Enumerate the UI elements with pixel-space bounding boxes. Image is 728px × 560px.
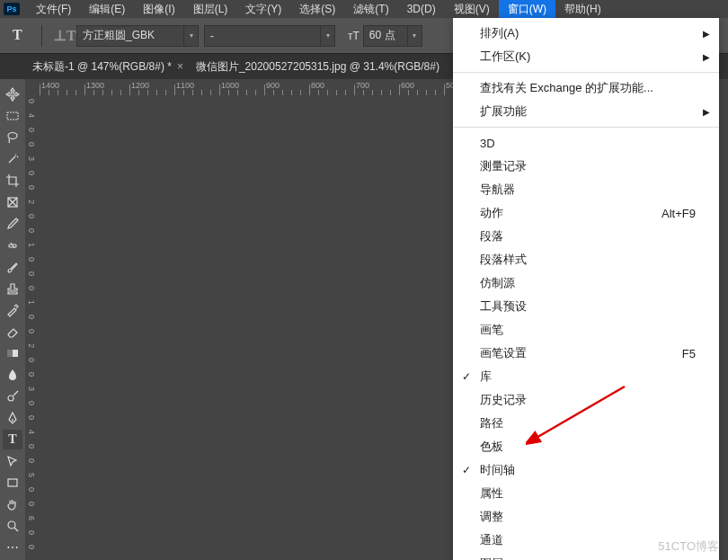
menu-item[interactable]: ✓时间轴 [453, 458, 719, 482]
font-size-input[interactable]: 60 点 [363, 25, 408, 47]
tab-label: 微信图片_20200527205315.jpg @ 31.4%(RGB/8#) [196, 59, 439, 75]
crop-tool-icon[interactable] [3, 171, 22, 191]
menu-3d[interactable]: 3D(D) [398, 1, 445, 17]
menu-item[interactable]: 段落样式 [453, 248, 719, 271]
ps-logo: Ps [4, 3, 20, 15]
tools-panel: T ⋯ [0, 79, 25, 560]
menu-item[interactable]: 色板 [453, 435, 719, 458]
svg-rect-5 [7, 350, 13, 357]
menu-item[interactable]: 工具预设 [453, 295, 719, 318]
eyedropper-tool-icon[interactable] [3, 214, 22, 234]
tab-document-2[interactable]: 微信图片_20200527205315.jpg @ 31.4%(RGB/8#) [196, 59, 439, 75]
dodge-tool-icon[interactable] [3, 387, 22, 406]
text-orientation-icon[interactable]: ⊥T [53, 27, 71, 45]
svg-rect-0 [7, 112, 18, 120]
menu-item[interactable]: 工作区(K)▶ [453, 45, 719, 68]
watermark: 51CTO博客 [658, 538, 719, 555]
rectangle-tool-icon[interactable] [3, 473, 22, 493]
pen-tool-icon[interactable] [3, 408, 22, 428]
divider [41, 25, 42, 47]
font-style-select[interactable]: - [204, 25, 321, 47]
lasso-tool-icon[interactable] [3, 128, 22, 147]
chevron-down-icon[interactable]: ▾ [184, 25, 199, 47]
menu-edit[interactable]: 编辑(E) [80, 0, 134, 19]
menubar: Ps 文件(F) 编辑(E) 图像(I) 图层(L) 文字(Y) 选择(S) 滤… [0, 0, 728, 18]
menu-image[interactable]: 图像(I) [134, 0, 183, 19]
svg-point-1 [8, 133, 17, 139]
marquee-tool-icon[interactable] [3, 106, 22, 126]
blur-tool-icon[interactable] [3, 365, 22, 385]
menu-item[interactable]: 画笔 [453, 318, 719, 342]
svg-point-8 [8, 521, 15, 529]
menu-layer[interactable]: 图层(L) [184, 0, 237, 19]
path-tool-icon[interactable] [3, 451, 22, 471]
menu-item[interactable]: 排列(A)▶ [453, 22, 719, 45]
font-size-icon: тT [348, 30, 360, 42]
brush-tool-icon[interactable] [3, 257, 22, 277]
menu-item[interactable]: 查找有关 Exchange 的扩展功能... [453, 76, 719, 100]
chevron-down-icon[interactable]: ▾ [321, 25, 335, 47]
frame-tool-icon[interactable] [3, 192, 22, 212]
menu-type[interactable]: 文字(Y) [236, 0, 290, 19]
tab-document-1[interactable]: 未标题-1 @ 147%(RGB/8#) * × [32, 59, 183, 75]
more-tools-icon[interactable]: ⋯ [3, 538, 22, 557]
window-menu-dropdown: 排列(A)▶工作区(K)▶查找有关 Exchange 的扩展功能...扩展功能▶… [453, 18, 719, 560]
menu-item[interactable]: 历史记录 [453, 388, 719, 412]
menu-item[interactable]: 属性 [453, 482, 719, 505]
menu-view[interactable]: 视图(V) [445, 0, 499, 19]
menu-item[interactable]: 调整 [453, 505, 719, 529]
font-family-select[interactable]: 方正粗圆_GBK [76, 25, 184, 47]
history-brush-tool-icon[interactable] [3, 300, 22, 320]
menu-item[interactable]: 3D [453, 131, 719, 155]
menu-filter[interactable]: 滤镜(T) [344, 0, 397, 19]
ruler-vertical: 04003002001000100200300400500600 [25, 95, 41, 560]
menu-item[interactable]: 测量记录 [453, 155, 719, 178]
svg-rect-7 [8, 479, 17, 486]
menu-item[interactable]: 导航器 [453, 178, 719, 201]
menu-file[interactable]: 文件(F) [27, 0, 80, 19]
menu-item[interactable]: 路径 [453, 412, 719, 435]
svg-point-6 [8, 396, 13, 401]
menu-item[interactable]: ✓库 [453, 365, 719, 388]
move-tool-icon[interactable] [3, 84, 22, 104]
eraser-tool-icon[interactable] [3, 322, 22, 342]
magic-wand-tool-icon[interactable] [3, 149, 22, 169]
type-tool-icon: T [13, 27, 31, 45]
menu-select[interactable]: 选择(S) [290, 0, 344, 19]
menu-item[interactable]: 段落 [453, 225, 719, 248]
menu-item[interactable]: 扩展功能▶ [453, 100, 719, 123]
close-icon[interactable]: × [177, 60, 183, 73]
stamp-tool-icon[interactable] [3, 279, 22, 298]
menu-item[interactable]: 仿制源 [453, 271, 719, 295]
type-tool-icon[interactable]: T [3, 430, 22, 449]
gradient-tool-icon[interactable] [3, 343, 22, 363]
menu-item[interactable]: 动作Alt+F9 [453, 201, 719, 225]
zoom-tool-icon[interactable] [3, 516, 22, 536]
chevron-down-icon[interactable]: ▾ [408, 25, 422, 47]
healing-tool-icon[interactable] [3, 236, 22, 255]
hand-tool-icon[interactable] [3, 494, 22, 514]
menu-item[interactable]: 画笔设置F5 [453, 342, 719, 365]
tab-label: 未标题-1 @ 147%(RGB/8#) * [32, 59, 172, 75]
menu-window[interactable]: 窗口(W) [499, 0, 555, 19]
menu-help[interactable]: 帮助(H) [555, 0, 610, 19]
